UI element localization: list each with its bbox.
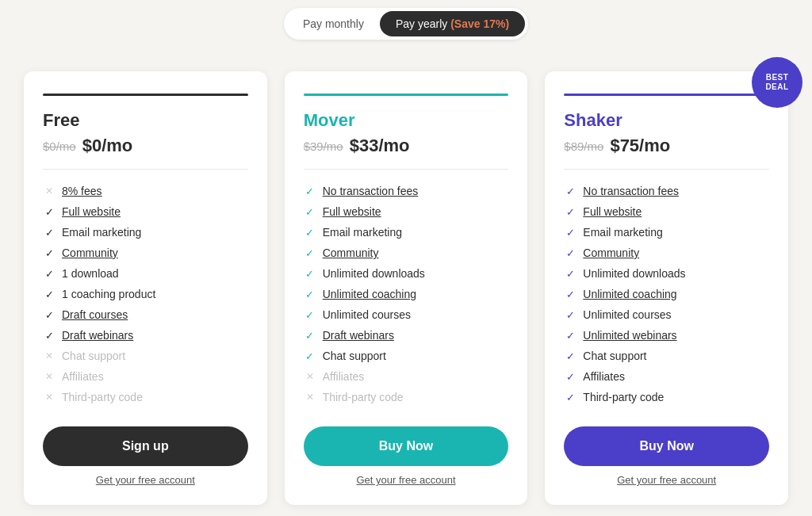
check-icon: ✓: [304, 308, 316, 321]
feature-label: Affiliates: [323, 370, 365, 383]
check-icon: ✓: [43, 267, 56, 280]
list-item: ✓1 coaching product: [43, 284, 248, 304]
mover-cta-button[interactable]: Buy Now: [304, 426, 509, 466]
save-badge: (Save 17%): [450, 17, 509, 30]
cross-icon: ✕: [304, 370, 316, 383]
free-price-original: $0/mo: [43, 140, 76, 153]
feature-label: Draft webinars: [323, 329, 394, 342]
list-item: ✕Affiliates: [43, 366, 248, 387]
shaker-price-row: $89/mo$75/mo: [564, 136, 769, 156]
list-item: ✕Third-party code: [304, 387, 509, 407]
check-icon: ✓: [43, 288, 56, 300]
list-item: ✓Third-party code: [564, 387, 769, 407]
free-cta-button[interactable]: Sign up: [43, 426, 248, 466]
list-item: ✕Affiliates: [304, 366, 509, 387]
list-item: ✓Full website: [304, 201, 509, 222]
check-icon: ✓: [564, 329, 576, 342]
feature-label: Unlimited downloads: [583, 267, 685, 280]
free-divider: [43, 94, 248, 96]
cross-icon: ✕: [43, 391, 56, 403]
feature-label: 8% fees: [62, 185, 102, 197]
cross-icon: ✕: [43, 185, 56, 197]
feature-label: Chat support: [583, 350, 646, 362]
list-item: ✓Email marketing: [43, 222, 248, 243]
check-icon: ✓: [564, 308, 576, 321]
shaker-plan-name: Shaker: [564, 110, 769, 131]
card-mover: Mover$39/mo$33/mo✓No transaction fees✓Fu…: [285, 71, 528, 505]
free-free-link[interactable]: Get your free account: [43, 474, 248, 486]
list-item: ✓Community: [43, 243, 248, 263]
feature-label: No transaction fees: [323, 185, 419, 197]
mover-price-current: $33/mo: [350, 136, 410, 156]
feature-label: Affiliates: [62, 370, 104, 383]
feature-label: Email marketing: [323, 226, 402, 239]
feature-label: Unlimited coaching: [323, 288, 416, 300]
check-icon: ✓: [564, 205, 576, 218]
mover-price-row: $39/mo$33/mo: [304, 136, 509, 156]
check-icon: ✓: [304, 247, 316, 259]
feature-label: Unlimited courses: [583, 308, 671, 321]
pay-yearly-label: Pay yearly: [396, 17, 450, 30]
check-icon: ✓: [304, 329, 316, 342]
feature-label: Unlimited courses: [323, 308, 411, 321]
feature-label: Unlimited webinars: [583, 329, 676, 342]
card-free: Free$0/mo$0/mo✕8% fees✓Full website✓Emai…: [24, 71, 267, 505]
shaker-features-hr: [564, 169, 769, 170]
shaker-free-link[interactable]: Get your free account: [564, 474, 769, 486]
check-icon: ✓: [564, 370, 576, 383]
feature-label: Community: [583, 247, 639, 259]
list-item: ✓Draft courses: [43, 304, 248, 325]
feature-label: Affiliates: [583, 370, 625, 383]
shaker-cta-button[interactable]: Buy Now: [564, 426, 769, 466]
feature-label: 1 download: [62, 267, 119, 280]
feature-label: No transaction fees: [583, 185, 679, 197]
list-item: ✓Draft webinars: [304, 325, 509, 346]
feature-label: Email marketing: [583, 226, 662, 239]
list-item: ✓No transaction fees: [564, 181, 769, 201]
check-icon: ✓: [43, 247, 56, 259]
list-item: ✓1 download: [43, 263, 248, 284]
check-icon: ✓: [564, 267, 576, 280]
check-icon: ✓: [304, 185, 316, 197]
check-icon: ✓: [564, 288, 576, 300]
free-price-row: $0/mo$0/mo: [43, 136, 248, 156]
feature-label: Full website: [323, 205, 381, 218]
check-icon: ✓: [304, 267, 316, 280]
feature-label: Unlimited downloads: [323, 267, 425, 280]
check-icon: ✓: [564, 247, 576, 259]
feature-label: Third-party code: [583, 391, 664, 403]
free-features-hr: [43, 169, 248, 170]
list-item: ✓Email marketing: [304, 222, 509, 243]
feature-label: Draft courses: [62, 308, 128, 321]
shaker-divider: [564, 94, 769, 96]
pay-monthly-btn[interactable]: Pay monthly: [287, 11, 380, 36]
list-item: ✓Chat support: [304, 346, 509, 366]
feature-label: Third-party code: [323, 391, 404, 403]
mover-free-link[interactable]: Get your free account: [304, 474, 509, 486]
list-item: ✓Draft webinars: [43, 325, 248, 346]
mover-features-hr: [304, 169, 509, 170]
free-feature-list: ✕8% fees✓Full website✓Email marketing✓Co…: [43, 181, 248, 407]
list-item: ✓No transaction fees: [304, 181, 509, 201]
pricing-cards: Free$0/mo$0/mo✕8% fees✓Full website✓Emai…: [0, 40, 812, 516]
free-price-current: $0/mo: [82, 136, 133, 156]
feature-label: Chat support: [62, 350, 125, 362]
check-icon: ✓: [304, 205, 316, 218]
list-item: ✓Community: [304, 243, 509, 263]
mover-feature-list: ✓No transaction fees✓Full website✓Email …: [304, 181, 509, 407]
best-deal-badge: BESTDEAL: [752, 57, 802, 108]
billing-toggle[interactable]: Pay monthly Pay yearly (Save 17%): [284, 8, 528, 40]
feature-label: 1 coaching product: [62, 288, 155, 300]
check-icon: ✓: [43, 329, 56, 342]
list-item: ✓Full website: [43, 201, 248, 222]
mover-divider: [304, 94, 509, 96]
free-plan-name: Free: [43, 110, 248, 131]
check-icon: ✓: [564, 226, 576, 239]
mover-plan-name: Mover: [304, 110, 509, 131]
feature-label: Full website: [583, 205, 642, 218]
check-icon: ✓: [43, 205, 56, 218]
list-item: ✓Unlimited courses: [564, 304, 769, 325]
pay-yearly-btn[interactable]: Pay yearly (Save 17%): [380, 11, 525, 36]
check-icon: ✓: [564, 185, 576, 197]
feature-label: Draft webinars: [62, 329, 133, 342]
